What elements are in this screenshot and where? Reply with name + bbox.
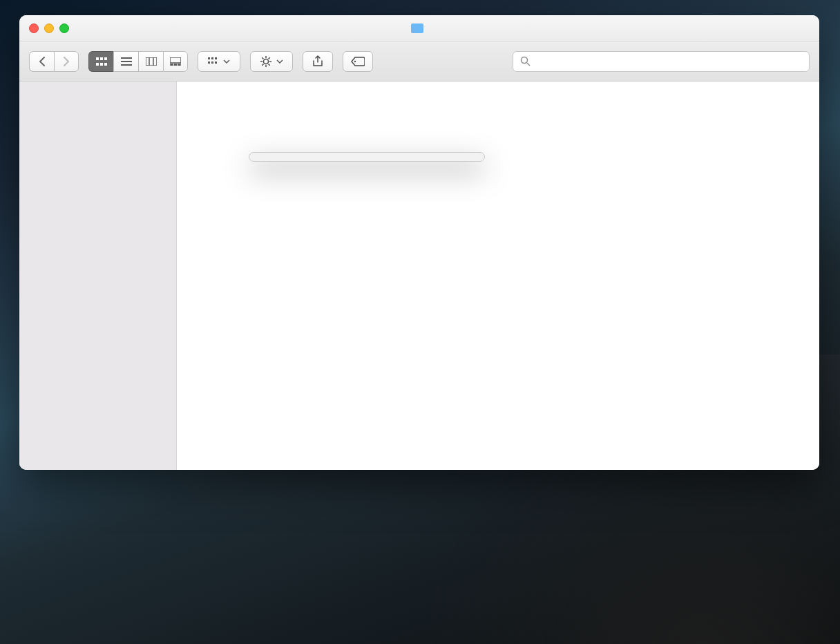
svg-rect-13 bbox=[171, 64, 173, 66]
svg-point-32 bbox=[522, 57, 528, 64]
nav-buttons bbox=[29, 51, 79, 72]
search-icon bbox=[520, 56, 531, 66]
zoom-window-button[interactable] bbox=[59, 23, 69, 33]
svg-rect-2 bbox=[104, 57, 107, 60]
svg-rect-5 bbox=[104, 63, 107, 66]
svg-line-30 bbox=[269, 57, 270, 59]
window-controls bbox=[29, 23, 69, 33]
svg-line-28 bbox=[269, 64, 270, 65]
view-mode-buttons bbox=[88, 51, 188, 72]
action-button[interactable] bbox=[250, 51, 293, 72]
share-button[interactable] bbox=[303, 51, 333, 72]
icon-view-button[interactable] bbox=[88, 51, 113, 72]
close-window-button[interactable] bbox=[29, 23, 39, 33]
svg-rect-16 bbox=[208, 57, 210, 59]
svg-rect-12 bbox=[170, 57, 181, 63]
svg-line-29 bbox=[262, 64, 263, 65]
svg-rect-9 bbox=[146, 57, 157, 66]
svg-rect-17 bbox=[211, 57, 213, 59]
svg-rect-1 bbox=[100, 57, 103, 60]
svg-rect-15 bbox=[178, 64, 180, 66]
tags-button[interactable] bbox=[343, 51, 373, 72]
back-button[interactable] bbox=[29, 51, 54, 72]
finder-window bbox=[19, 15, 819, 470]
svg-point-22 bbox=[264, 59, 269, 64]
content-area bbox=[177, 82, 819, 470]
group-by-button[interactable] bbox=[198, 51, 240, 72]
svg-rect-18 bbox=[215, 57, 217, 59]
svg-rect-0 bbox=[96, 57, 99, 60]
svg-rect-4 bbox=[100, 63, 103, 66]
minimize-window-button[interactable] bbox=[44, 23, 54, 33]
gallery-view-button[interactable] bbox=[163, 51, 188, 72]
svg-point-31 bbox=[354, 60, 356, 61]
column-view-button[interactable] bbox=[138, 51, 163, 72]
forward-button[interactable] bbox=[54, 51, 79, 72]
svg-rect-14 bbox=[175, 64, 177, 66]
svg-line-33 bbox=[527, 63, 530, 66]
svg-rect-21 bbox=[215, 61, 217, 64]
titlebar bbox=[19, 15, 819, 41]
svg-line-27 bbox=[262, 57, 263, 59]
svg-rect-3 bbox=[96, 63, 99, 66]
context-menu bbox=[249, 152, 485, 162]
search-field[interactable] bbox=[513, 51, 810, 72]
sidebar bbox=[19, 82, 177, 470]
svg-rect-20 bbox=[211, 61, 213, 64]
toolbar bbox=[19, 41, 819, 82]
svg-rect-19 bbox=[208, 61, 210, 64]
list-view-button[interactable] bbox=[113, 51, 138, 72]
window-title bbox=[411, 23, 428, 33]
folder-icon bbox=[411, 23, 423, 33]
